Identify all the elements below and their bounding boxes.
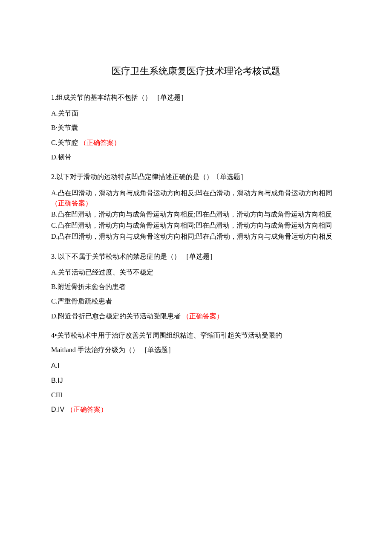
question-4: 4•关节松动术中用于治疗改善关节周围组织粘连、挛缩而引起关节活动受限的 Mait…: [51, 330, 341, 415]
question-3: 3. 以下不属于关节松动术的禁忌症的是（） ［单选题］ A.关节活动已经过度、关…: [51, 251, 341, 321]
option-d: D.韧带: [51, 153, 341, 162]
option-d-text: D.附近骨折已愈合稳定的关节活动受限患者: [51, 312, 181, 320]
option-b: B.凸在凹滑动，滑动方向与成角骨运动方向相反;凹在凸滑动，滑动方向与成角骨运动方…: [51, 209, 341, 220]
options-group: A.凸在凹滑动，滑动方向与成角骨运动方向相反;凹在凸滑动，滑动方向与成角骨运动方…: [51, 188, 341, 242]
option-d: D.附近骨折已愈合稳定的关节活动受限患者 （正确答案）: [51, 312, 341, 321]
option-a: A.关节活动已经过度、关节不稳定: [51, 268, 341, 277]
correct-answer-label: （正确答案）: [80, 139, 121, 146]
options-group: A.关节活动已经过度、关节不稳定 B.附近骨折未愈合的患者 C.严重骨质疏松患者…: [51, 268, 341, 321]
option-c: C.关节腔 （正确答案）: [51, 138, 341, 147]
option-c-text: C.关节腔: [51, 139, 78, 146]
option-c: C.凸在凹滑动，滑动方向与成角骨运动方向相同;凹在凸滑动，滑动方向与成角骨运动方…: [51, 220, 341, 231]
correct-answer-label: （正确答案）: [182, 312, 223, 320]
question-stem: 3. 以下不属于关节松动术的禁忌症的是（） ［单选题］: [51, 251, 341, 262]
option-a: A.I: [51, 361, 341, 370]
question-stem: 2.以下对于滑动的运动特点凹凸定律描述正确的是（）〔单选题］: [51, 172, 341, 182]
option-b: B.IJ: [51, 376, 341, 385]
correct-answer-label: （正确答案）: [66, 406, 107, 413]
option-a-text: A.凸在凹滑动，滑动方向与成角骨运动方向相反;凹在凸滑动，滑动方向与成角骨运动方…: [51, 189, 332, 197]
stem-line-1: 4•关节松动术中用于治疗改善关节周围组织粘连、挛缩而引起关节活动受限的: [51, 330, 341, 341]
option-d: D.凸在凹滑动，滑动方向与成角骨这动方向相同;凹在凸滑动，滑动方向与成角骨运动方…: [51, 231, 341, 242]
correct-answer-label: （正确答案）: [51, 199, 92, 207]
option-b: B.附近骨折未愈合的患者: [51, 282, 341, 292]
option-d: D.IV （正确答案）: [51, 405, 341, 414]
question-1: 1.组成关节的基本结构不包括（） ［单选题］ A.关节面 B·关节囊 C.关节腔…: [51, 92, 341, 162]
question-stem: 4•关节松动术中用于治疗改善关节周围组织粘连、挛缩而引起关节活动受限的 Mait…: [51, 330, 341, 355]
option-b: B·关节囊: [51, 123, 341, 133]
option-c: C.严重骨质疏松患者: [51, 297, 341, 306]
option-a: A.凸在凹滑动，滑动方向与成角骨运动方向相反;凹在凸滑动，滑动方向与成角骨运动方…: [51, 188, 341, 209]
options-group: A.关节面 B·关节囊 C.关节腔 （正确答案） D.韧带: [51, 109, 341, 162]
document-title: 医疗卫生系统康复医疗技术理论考核试题: [51, 64, 341, 78]
stem-line-2: Maitland 手法治疗分级为（） ［单选题］: [51, 345, 341, 355]
options-group: A.I B.IJ CIII D.IV （正确答案）: [51, 361, 341, 415]
document-page: 医疗卫生系统康复医疗技术理论考核试题 1.组成关节的基本结构不包括（） ［单选题…: [0, 0, 392, 555]
option-d-text: D.IV: [51, 406, 64, 413]
option-a: A.关节面: [51, 109, 341, 118]
option-c: CIII: [51, 390, 341, 400]
question-2: 2.以下对于滑动的运动特点凹凸定律描述正确的是（）〔单选题］ A.凸在凹滑动，滑…: [51, 172, 341, 242]
question-stem: 1.组成关节的基本结构不包括（） ［单选题］: [51, 92, 341, 103]
